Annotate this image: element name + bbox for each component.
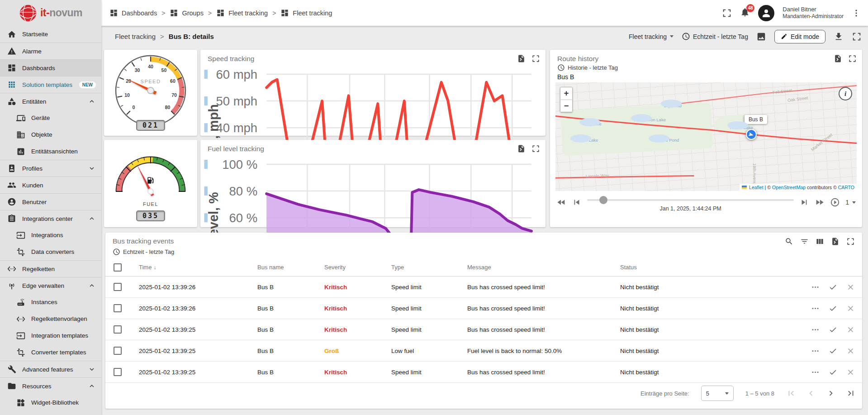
row-checkbox[interactable]: [114, 368, 122, 376]
table-row[interactable]: 2025-01-02 13:39:26Bus BKritischSpeed li…: [105, 298, 862, 319]
sidebar-item-regelkettenvorlagen[interactable]: Regelkettenvorlagen: [0, 310, 101, 327]
timewindow-button[interactable]: Historie - letzte Tag: [550, 63, 862, 72]
select-all-checkbox[interactable]: [114, 263, 122, 272]
first-page-icon[interactable]: [786, 388, 796, 398]
sidebar-item-integrations[interactable]: Integrations: [0, 227, 101, 243]
table-row[interactable]: 2025-01-02 13:39:25Bus BKritischSpeed li…: [105, 319, 862, 340]
dashboard-state-select[interactable]: Fleet tracking: [629, 33, 674, 40]
breadcrumb-item[interactable]: Fleet tracking: [216, 9, 268, 17]
check-icon[interactable]: [829, 368, 837, 377]
sidebar-item-resources[interactable]: Resources: [0, 377, 101, 394]
row-checkbox[interactable]: [114, 347, 122, 355]
zoom-out-button[interactable]: −: [560, 100, 572, 112]
sidebar-item-entit-ten[interactable]: Entitäten: [0, 93, 101, 110]
timewindow-button[interactable]: Echtzeit - letzte Tag: [682, 32, 748, 41]
sidebar-item-benutzer[interactable]: Benutzer: [0, 193, 101, 210]
sidebar-item-data-converters[interactable]: Data converters: [0, 243, 101, 260]
column-header-severity[interactable]: Severity: [324, 264, 391, 271]
more-horiz-icon[interactable]: [811, 283, 820, 291]
table-row[interactable]: 2025-01-02 13:39:25Bus BGroßLow fuelFuel…: [105, 340, 862, 362]
close-icon[interactable]: [846, 347, 855, 355]
breadcrumb-item[interactable]: Fleet tracking: [280, 9, 332, 17]
sidebar-item-profiles[interactable]: Profiles: [0, 160, 101, 176]
timeline-slider[interactable]: [587, 199, 794, 201]
row-checkbox[interactable]: [114, 325, 122, 334]
sidebar-item-kunden[interactable]: Kunden: [0, 176, 101, 193]
fullscreen-icon[interactable]: [531, 144, 540, 153]
export-file-icon[interactable]: [834, 54, 842, 63]
sidebar-item-edge-verwalten[interactable]: Edge verwalten: [0, 277, 101, 294]
sidebar-item-ger-te[interactable]: Geräte: [0, 110, 101, 126]
check-icon[interactable]: [829, 347, 837, 355]
column-header-time[interactable]: Time↓: [139, 264, 257, 271]
carto-link[interactable]: CARTO: [838, 185, 854, 190]
columns-icon[interactable]: [816, 237, 824, 246]
leaflet-link[interactable]: Leaflet: [749, 185, 764, 190]
sidebar-item-advanced-features[interactable]: Advanced features: [0, 361, 101, 377]
next-page-icon[interactable]: [826, 388, 836, 398]
download-icon[interactable]: [834, 32, 844, 42]
sidebar-item-widget-bibliothek[interactable]: Widget-Bibliothek: [0, 394, 101, 411]
more-horiz-icon[interactable]: [811, 347, 820, 355]
export-file-icon[interactable]: [517, 144, 526, 153]
skip-previous-icon[interactable]: [572, 197, 582, 207]
search-icon[interactable]: [785, 237, 793, 246]
sidebar-item-instances[interactable]: Instances: [0, 294, 101, 310]
check-icon[interactable]: [829, 283, 837, 291]
kebab-menu-icon[interactable]: [852, 8, 861, 18]
more-horiz-icon[interactable]: [811, 368, 820, 377]
table-row[interactable]: 2025-01-02 13:39:25Bus BKritischSpeed li…: [105, 362, 862, 383]
zoom-in-button[interactable]: +: [560, 87, 572, 100]
osm-link[interactable]: OpenStreetMap: [772, 185, 806, 190]
export-file-icon[interactable]: [517, 54, 526, 63]
sidebar-item-converter-templates[interactable]: Converter templates: [0, 344, 101, 361]
fullscreen-icon[interactable]: [848, 54, 857, 63]
close-icon[interactable]: [846, 368, 855, 377]
column-header-bus-name[interactable]: Bus name: [257, 264, 324, 271]
close-icon[interactable]: [846, 325, 855, 334]
close-icon[interactable]: [846, 283, 855, 291]
bus-marker[interactable]: [746, 129, 757, 140]
avatar[interactable]: [758, 5, 774, 21]
sidebar-item-startseite[interactable]: Startseite: [0, 26, 101, 43]
more-horiz-icon[interactable]: [811, 325, 820, 334]
close-icon[interactable]: [846, 304, 855, 313]
row-checkbox[interactable]: [114, 283, 122, 291]
sidebar-item-dashboards[interactable]: Dashboards: [0, 59, 101, 76]
dashboard-breadcrumb-root[interactable]: Fleet tracking: [115, 33, 156, 40]
sidebar-item-solution-templates[interactable]: Solution templatesNEW: [0, 76, 101, 93]
last-page-icon[interactable]: [846, 388, 856, 398]
sidebar-item-integrations-center[interactable]: Integrations center: [0, 210, 101, 227]
sidebar-item-objekte[interactable]: Objekte: [0, 126, 101, 143]
fullscreen-icon[interactable]: [722, 8, 732, 18]
notifications-button[interactable]: 48: [740, 7, 750, 19]
timewindow-button[interactable]: Echtzeit - letzte Tag: [113, 247, 785, 256]
check-icon[interactable]: [829, 325, 837, 334]
sidebar-item-image-gallery[interactable]: Image gallery: [0, 411, 101, 415]
timeline-slider-knob[interactable]: [599, 196, 607, 204]
sidebar-item-regelketten[interactable]: Regelketten: [0, 260, 101, 277]
filter-icon[interactable]: [800, 237, 809, 246]
breadcrumb-item[interactable]: Dashboards: [109, 9, 157, 17]
edit-mode-button[interactable]: Edit mode: [774, 30, 825, 43]
fast-forward-icon[interactable]: [815, 197, 825, 207]
fullscreen-icon[interactable]: [846, 237, 855, 246]
image-export-icon[interactable]: [756, 32, 766, 42]
export-file-icon[interactable]: [831, 237, 840, 246]
fast-rewind-icon[interactable]: [556, 197, 566, 207]
playback-speed-select[interactable]: 1: [845, 199, 856, 206]
sidebar-item-integration-templates[interactable]: Integration templates: [0, 327, 101, 344]
column-header-type[interactable]: Type: [391, 264, 467, 271]
page-size-select[interactable]: 5: [701, 386, 734, 401]
prev-page-icon[interactable]: [806, 388, 816, 398]
more-horiz-icon[interactable]: [811, 304, 820, 313]
fullscreen-icon[interactable]: [852, 32, 862, 42]
map-info-button[interactable]: i: [839, 87, 852, 100]
check-icon[interactable]: [829, 304, 837, 313]
play-circle-icon[interactable]: [830, 197, 840, 207]
sidebar-item-entit-tsansichten[interactable]: Entitätsansichten: [0, 143, 101, 160]
column-header-status[interactable]: Status: [620, 264, 790, 271]
table-row[interactable]: 2025-01-02 13:39:26Bus BKritischSpeed li…: [105, 277, 862, 298]
user-menu[interactable]: Daniel Bitner Mandanten-Administrator: [783, 6, 844, 20]
column-header-message[interactable]: Message: [467, 264, 620, 271]
